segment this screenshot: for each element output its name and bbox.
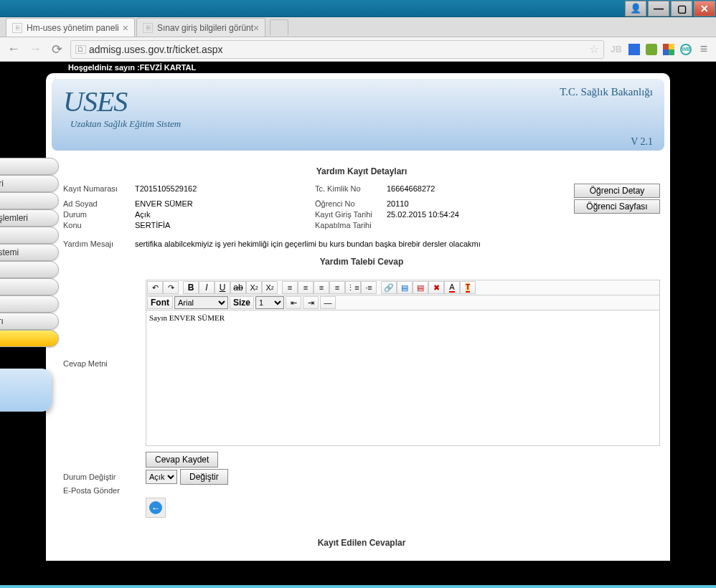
undo-icon[interactable]: ↶ [147, 281, 163, 294]
text-color-icon[interactable]: A [444, 281, 460, 294]
link-icon[interactable]: 🔗 [381, 281, 397, 294]
reload-button[interactable]: ⟳ [49, 42, 65, 57]
menu-sistem-cikisi[interactable]: Sistem Çıkışı [0, 330, 59, 347]
tool-red-icon[interactable]: ▤ [413, 281, 428, 294]
rich-text-editor: ↶ ↷ B I U ab X2 X2 ≡ ≡ [146, 280, 660, 447]
ogrenci-sayfasi-button[interactable]: Öğrenci Sayfası [574, 199, 660, 214]
welcome-bar: Hoşgeldiniz sayın :FEVZİ KARTAL [0, 62, 716, 73]
ext-wb-icon[interactable]: WB [680, 44, 692, 55]
menu-kurs-islemleri[interactable]: Kurs İşlemleri [0, 192, 59, 209]
forward-button[interactable]: → [27, 42, 43, 57]
durum-label: Durum [63, 209, 135, 220]
italic-icon[interactable]: I [199, 281, 215, 294]
menu-kullanici-ayarlari[interactable]: Kullanıcı Ayarları [0, 313, 59, 330]
editor-toolbar-2: Font Arial Size 1 ⇤ ⇥ — [146, 295, 660, 310]
menu-ana-sayfa[interactable]: Ana Sayfa [0, 158, 59, 175]
app-subtitle: Uzaktan Sağlık Eğitim Sistem [70, 118, 653, 130]
chrome-menu-icon[interactable]: ≡ [697, 43, 710, 56]
menu-ogretim-uyesi[interactable]: Öğretim Üyesi İşlemleri [0, 209, 59, 227]
superscript-icon[interactable]: X2 [262, 281, 278, 294]
bookmark-star-icon[interactable]: ☆ [589, 42, 599, 56]
menu-ogrenci-islemleri[interactable]: Öğrenci İşlemleri [0, 175, 59, 192]
help-message-text: sertifika alabilcekmiyiz iş yeri hekimli… [135, 240, 660, 248]
underline-icon[interactable]: U [215, 281, 230, 294]
page-favicon-icon: ⎘ [12, 23, 22, 33]
sidebar-menu: Ana Sayfa Öğrenci İşlemleri Kurs İşlemle… [0, 158, 59, 555]
kayit-no-label: Kayıt Numarası [63, 184, 135, 194]
user-box [0, 369, 52, 412]
main-panel: Yardım Kayıt Detayları Kayıt NumarasıT20… [59, 158, 664, 555]
ext-jb-icon[interactable]: JB [610, 43, 623, 56]
size-label: Size [230, 296, 254, 309]
menu-sinav-islemleri[interactable]: Sınav İşlemleri [0, 227, 59, 244]
degistir-button[interactable]: Değiştir [180, 469, 228, 485]
back-navigation-button[interactable]: ← [146, 498, 166, 518]
menu-sistem-ayarlari[interactable]: Sistem Ayarları [0, 278, 59, 295]
kapat-tarihi-label: Kapatılma Tarihi [315, 220, 387, 231]
size-select[interactable]: 1 [255, 296, 284, 309]
subscript-icon[interactable]: X2 [246, 281, 262, 294]
editor-textarea[interactable]: Sayın ENVER SÜMER [146, 310, 660, 446]
menu-yardim-kayit[interactable]: Yardım Kayıt Sistemi [0, 244, 59, 261]
browser-tab-inactive[interactable]: ⎘ Sınav giriş bilgileri görünt × [136, 18, 265, 37]
ogrenci-no-value: 20110 [387, 199, 409, 209]
ogrenci-no-label: Öğrenci No [315, 199, 387, 209]
page-favicon-icon: ⎘ [143, 23, 153, 33]
strike-icon[interactable]: ab [230, 281, 246, 294]
bold-icon[interactable]: B [183, 281, 199, 294]
address-bar[interactable]: 🗋 admisg.uses.gov.tr/ticket.aspx ☆ [70, 40, 604, 59]
tc-value: 16664668272 [387, 184, 435, 194]
back-button[interactable]: ← [6, 42, 22, 57]
align-right-icon[interactable]: ≡ [314, 281, 329, 294]
align-justify-icon[interactable]: ≡ [329, 281, 345, 294]
konu-value: SERTİFİA [135, 220, 170, 231]
menu-kisisel-ayarlar[interactable]: Kişisel Ayarlar [0, 295, 59, 313]
details-title: Yardım Kayıt Detayları [63, 158, 660, 184]
details-grid: Kayıt NumarasıT2015105529162 Ad SoyadENV… [63, 184, 660, 231]
highlight-icon[interactable]: T [460, 281, 476, 294]
os-minimize-button[interactable]: — [648, 1, 669, 16]
os-user-icon[interactable]: 👤 [625, 1, 646, 16]
ext-grid-icon[interactable] [663, 44, 674, 55]
tab-close-icon[interactable]: × [123, 22, 128, 34]
durum-value: Açık [135, 209, 150, 220]
eposta-gonder-label: E-Posta Gönder [63, 486, 146, 495]
os-titlebar: 👤 — ▢ ✕ [0, 0, 716, 17]
ogrenci-detay-button[interactable]: Öğrenci Detay [574, 184, 660, 198]
new-tab-button[interactable] [270, 19, 288, 35]
app-container: USES Uzaktan Sağlık Eğitim Sistem T.C. S… [46, 73, 670, 561]
help-message-label: Yardım Mesajı [63, 240, 135, 248]
tab-title: Sınav giriş bilgileri görünt [157, 23, 253, 33]
font-select[interactable]: Arial [174, 296, 228, 309]
ministry-label: T.C. Sağlık Bakanlığı [560, 86, 653, 98]
tab-close-icon[interactable]: × [253, 22, 259, 34]
version-label: V 2.1 [631, 136, 653, 148]
durum-degistir-label: Durum Değiştir [63, 473, 146, 481]
page-info-icon: 🗋 [75, 45, 86, 54]
unordered-list-icon[interactable]: ∙≡ [361, 281, 377, 294]
app-header: USES Uzaktan Sağlık Eğitim Sistem T.C. S… [52, 79, 664, 151]
ext-blue-icon[interactable] [628, 44, 640, 55]
ad-soyad-value: ENVER SÜMER [135, 199, 193, 209]
hr-icon[interactable]: — [320, 296, 336, 309]
cevap-kaydet-button[interactable]: Cevap Kaydet [146, 452, 218, 468]
editor-toolbar-1: ↶ ↷ B I U ab X2 X2 ≡ ≡ [146, 280, 660, 295]
tool-blue-icon[interactable]: ▤ [397, 281, 413, 294]
ordered-list-icon[interactable]: ⋮≡ [345, 281, 361, 294]
kayit-no-value: T2015105529162 [135, 184, 197, 194]
os-maximize-button[interactable]: ▢ [671, 1, 692, 16]
help-message-row: Yardım Mesajı sertifika alabilcekmiyiz i… [63, 240, 660, 248]
align-center-icon[interactable]: ≡ [298, 281, 314, 294]
durum-select[interactable]: Açık [146, 470, 177, 484]
url-text: admisg.uses.gov.tr/ticket.aspx [89, 44, 222, 55]
browser-tab-active[interactable]: ⎘ Hm-uses yönetim paneli × [6, 18, 135, 37]
ext-green-icon[interactable] [646, 44, 657, 55]
delete-icon[interactable]: ✖ [428, 281, 444, 294]
align-left-icon[interactable]: ≡ [282, 281, 298, 294]
menu-mesajlasma[interactable]: Mesajlaşma [0, 261, 59, 278]
redo-icon[interactable]: ↷ [163, 281, 179, 294]
ad-soyad-label: Ad Soyad [63, 199, 135, 209]
indent-icon[interactable]: ⇥ [303, 296, 319, 309]
os-close-button[interactable]: ✕ [694, 1, 715, 16]
outdent-icon[interactable]: ⇤ [286, 296, 301, 309]
